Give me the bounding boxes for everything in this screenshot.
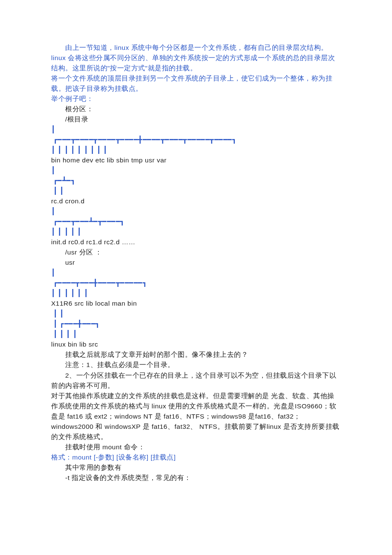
document-page: 由上一节知道，linux 系统中每个分区都是一个文件系统，都有自己的目录层次结构…	[0, 0, 392, 555]
paragraph: 举个例子吧：	[51, 94, 341, 104]
paragraph: init.d rc0.d rc1.d rc2.d ……	[51, 237, 341, 247]
paragraph: -t 指定设备的文件系统类型，常见的有：	[51, 473, 341, 483]
paragraph: ┃ ┏━━━╋━━━┓	[51, 319, 341, 329]
paragraph: 挂载时使用 mount 命令：	[51, 442, 341, 452]
paragraph: 格式：mount [-参数] [设备名称] [挂载点]	[51, 452, 341, 462]
paragraph: 由上一节知道，linux 系统中每个分区都是一个文件系统，都有自己的目录层次结构…	[51, 43, 341, 73]
paragraph: 2、一个分区挂载在一个已存在的目录上，这个目录可以不为空，但挂载后这个目录下以前…	[51, 370, 341, 391]
paragraph: ┃	[51, 124, 341, 135]
paragraph: ┏━━━━┳━━━╋━━━━┳━━━━━┓	[51, 278, 341, 288]
paragraph: rc.d cron.d	[51, 196, 341, 206]
paragraph: /根目录	[51, 114, 341, 124]
paragraph: /usr 分区 ：	[51, 247, 341, 257]
paragraph: usr	[51, 257, 341, 268]
paragraph: ┏━━━┳━━━━┳━━━━┳━━━━╋━━━━┳━━━━┳━━━━━┳━━━━…	[51, 135, 341, 145]
paragraph: ┏━┻━┓	[51, 176, 341, 186]
paragraph: ┃ ┃	[51, 309, 341, 319]
paragraph: ┃	[51, 206, 341, 217]
paragraph: ┃	[51, 268, 341, 278]
paragraph: ┏━━━┳━━━┻━┳━━━━┓	[51, 217, 341, 227]
paragraph: bin home dev etc lib sbin tmp usr var	[51, 155, 341, 165]
paragraph: 将一个文件系统的顶层目录挂到另一个文件系统的子目录上，使它们成为一个整体，称为挂…	[51, 73, 341, 94]
paragraph: linux bin lib src	[51, 339, 341, 350]
paragraph: 根分区：	[51, 104, 341, 114]
paragraph: ┃ ┃ ┃ ┃ ┃ ┃	[51, 288, 341, 298]
paragraph: 挂载之后就形成了文章开始时的那个图。像不像挂上去的？	[51, 350, 341, 360]
paragraph: ┃ ┃	[51, 186, 341, 196]
paragraph: 注意：1、挂载点必须是一个目录。	[51, 360, 341, 370]
paragraph: 对于其他操作系统建立的文件系统的挂载也是这样。但是需要理解的是 光盘、软盘、其他…	[51, 391, 341, 442]
paragraph: ┃ ┃ ┃ ┃ ┃ ┃ ┃ ┃ ┃	[51, 145, 341, 155]
paragraph: 其中常用的参数有	[51, 462, 341, 473]
paragraph: ┃ ┃ ┃ ┃ ┃	[51, 227, 341, 237]
paragraph: ┃ ┃ ┃ ┃	[51, 329, 341, 339]
paragraph: ┃	[51, 165, 341, 176]
paragraph: X11R6 src lib local man bin	[51, 298, 341, 309]
